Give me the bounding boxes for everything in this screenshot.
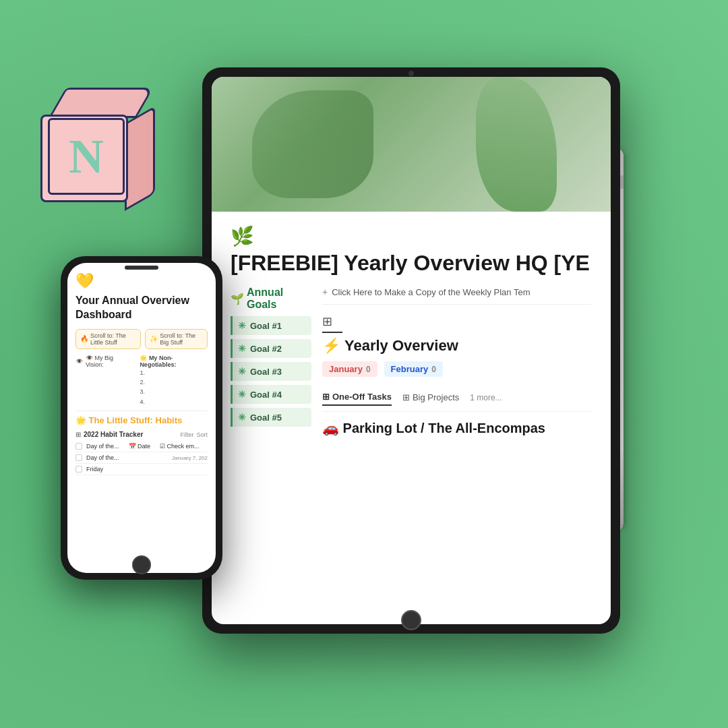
table-icon-tab2: ⊞ bbox=[402, 392, 410, 402]
goal-star-icon-2: ✳ bbox=[238, 343, 246, 354]
block-face-front: N bbox=[40, 115, 128, 202]
checkbox-row1[interactable] bbox=[75, 454, 82, 461]
scroll-little-stuff-btn[interactable]: 🔥 Scroll to: The Little Stuff bbox=[75, 329, 141, 349]
scroll-big-stuff-btn[interactable]: ✨ Scroll to: The Big Stuff bbox=[145, 329, 208, 349]
phone-table-title: 2022 Habit Tracker bbox=[84, 431, 143, 438]
fire-icon: 🔥 bbox=[80, 335, 88, 342]
col-check: ☑ Check em... bbox=[160, 443, 200, 450]
checkbox-row2[interactable] bbox=[75, 466, 82, 473]
filter-action[interactable]: Filter bbox=[180, 431, 193, 438]
tablet-main-content: + Click Here to Make a Copy of the Weekl… bbox=[322, 286, 592, 436]
phone-button-row: 🔥 Scroll to: The Little Stuff ✨ Scroll t… bbox=[75, 329, 208, 349]
row2-day: Friday bbox=[86, 466, 103, 473]
annual-goals-label: 🌱 Annual Goals bbox=[231, 286, 311, 311]
row1-date: January 7, 202 bbox=[172, 455, 208, 461]
tab-big-projects[interactable]: ⊞ Big Projects bbox=[402, 392, 459, 405]
click-here-text: Click Here to Make a Copy of the Weekly … bbox=[332, 287, 530, 297]
sort-action[interactable]: Sort bbox=[196, 431, 208, 438]
tablet-main-section: 🌱 Annual Goals ✳ Goal #1 ✳ Goal #2 bbox=[231, 286, 592, 436]
goal-star-icon-4: ✳ bbox=[238, 389, 246, 400]
phone-table-row-header: Day of the... 📅 Date ☑ Check em... bbox=[75, 441, 208, 452]
tablet-content: 🌿 [FREEBIE] Yearly Overview HQ [YE 🌱 Ann… bbox=[212, 212, 611, 458]
parking-lot-row: 🚗 Parking Lot / The All-Encompas bbox=[322, 420, 592, 436]
goal-item-3[interactable]: ✳ Goal #3 bbox=[231, 362, 311, 381]
phone-section-title: 🌟 The Little Stuff: Habits bbox=[75, 415, 208, 425]
phone-vision-section: 👁️ 👁️ My Big Vision: bbox=[75, 355, 131, 373]
phone-screen: 💛 Your Annual Overview Dashboard 🔥 Scrol… bbox=[67, 263, 216, 573]
scroll-big-label: Scroll to: The Big Stuff bbox=[160, 332, 203, 346]
goal-star-icon: ✳ bbox=[238, 320, 246, 331]
lightning-icon: ⚡ bbox=[322, 337, 340, 355]
plus-icon: + bbox=[322, 286, 328, 297]
click-here-row[interactable]: + Click Here to Make a Copy of the Weekl… bbox=[322, 286, 592, 305]
col-day: Day of the... bbox=[86, 443, 119, 450]
phone-nonneg-section: 🌟 My Non-Negotiables: 1.2.3.4. bbox=[140, 355, 208, 407]
phone-heart-icon: 💛 bbox=[75, 272, 208, 290]
section-divider bbox=[322, 332, 342, 333]
goals-list: ✳ Goal #1 ✳ Goal #2 ✳ Goal #3 ✳ bbox=[231, 316, 311, 427]
month-pills: January 0 February 0 bbox=[322, 361, 592, 377]
tab-one-off-tasks[interactable]: ⊞ One-Off Tasks bbox=[322, 392, 392, 406]
month-pill-january[interactable]: January 0 bbox=[322, 361, 377, 377]
table-grid-icon: ⊞ bbox=[322, 314, 592, 329]
row1-day: Day of the... bbox=[86, 454, 119, 461]
february-count: 0 bbox=[431, 365, 436, 374]
table-icon-phone: ⊞ bbox=[75, 431, 81, 438]
eye-icon: 👁️ bbox=[75, 358, 83, 365]
phone-device: 💛 Your Annual Overview Dashboard 🔥 Scrol… bbox=[61, 256, 222, 580]
tablet-home-button[interactable] bbox=[401, 610, 421, 630]
phone-table-actions: Filter Sort bbox=[180, 431, 208, 438]
goal-item-2[interactable]: ✳ Goal #2 bbox=[231, 339, 311, 358]
table-icon-tab1: ⊞ bbox=[322, 392, 330, 402]
phone-divider bbox=[75, 411, 208, 411]
col-date: 📅 Date bbox=[129, 443, 151, 450]
annual-goals-sidebar: 🌱 Annual Goals ✳ Goal #1 ✳ Goal #2 bbox=[231, 286, 311, 427]
tablet-page-title: [FREEBIE] Yearly Overview HQ [YE bbox=[231, 250, 592, 276]
tablet-header-image bbox=[212, 77, 611, 212]
phone-table-row-2: Friday bbox=[75, 464, 208, 475]
scroll-little-label: Scroll to: The Little Stuff bbox=[90, 332, 136, 346]
phone-title: Your Annual Overview Dashboard bbox=[75, 294, 208, 322]
month-pill-february[interactable]: February 0 bbox=[384, 361, 443, 377]
non-neg-label: 🌟 My Non-Negotiables: bbox=[140, 355, 208, 368]
phone-table-row-1: Day of the... January 7, 202 bbox=[75, 452, 208, 464]
goal-star-icon-3: ✳ bbox=[238, 366, 246, 377]
february-label: February bbox=[391, 364, 429, 374]
tab-more[interactable]: 1 more... bbox=[470, 393, 502, 405]
notion-block-logo: N bbox=[40, 88, 155, 202]
tablet-screen: 🌿 [FREEBIE] Yearly Overview HQ [YE 🌱 Ann… bbox=[212, 77, 611, 624]
yearly-overview-title: ⚡ Yearly Overview bbox=[322, 337, 592, 355]
non-neg-list: 1.2.3.4. bbox=[140, 368, 208, 407]
january-count: 0 bbox=[366, 365, 371, 374]
phone-table-header: ⊞ 2022 Habit Tracker Filter Sort bbox=[75, 431, 208, 438]
block-face-right bbox=[125, 106, 155, 211]
big-vision-label: 👁️ My Big Vision: bbox=[86, 355, 131, 368]
goal-item-1[interactable]: ✳ Goal #1 bbox=[231, 316, 311, 335]
tablet-device: 🌿 [FREEBIE] Yearly Overview HQ [YE 🌱 Ann… bbox=[202, 67, 620, 634]
block-letter: N bbox=[48, 118, 125, 195]
phone-speaker bbox=[125, 266, 158, 270]
sparkle-icon: ✨ bbox=[150, 335, 158, 342]
phone-home-button[interactable] bbox=[132, 555, 151, 574]
goal-item-4[interactable]: ✳ Goal #4 bbox=[231, 385, 311, 404]
phone-vision-row: 👁️ 👁️ My Big Vision: bbox=[75, 355, 131, 368]
january-label: January bbox=[329, 364, 363, 374]
checkbox-header bbox=[75, 443, 82, 450]
phone-non-neg-section: 👁️ 👁️ My Big Vision: 🌟 My Non-Negotiable… bbox=[75, 355, 208, 407]
tablet-page-icon: 🌿 bbox=[231, 225, 592, 247]
goal-star-icon-5: ✳ bbox=[238, 412, 246, 423]
tablet-camera bbox=[408, 71, 414, 76]
block-face-top bbox=[49, 88, 154, 118]
tabs-row: ⊞ One-Off Tasks ⊞ Big Projects 1 more... bbox=[322, 386, 592, 412]
seedling-icon: 🌱 bbox=[231, 293, 244, 305]
goal-item-5[interactable]: ✳ Goal #5 bbox=[231, 408, 311, 427]
